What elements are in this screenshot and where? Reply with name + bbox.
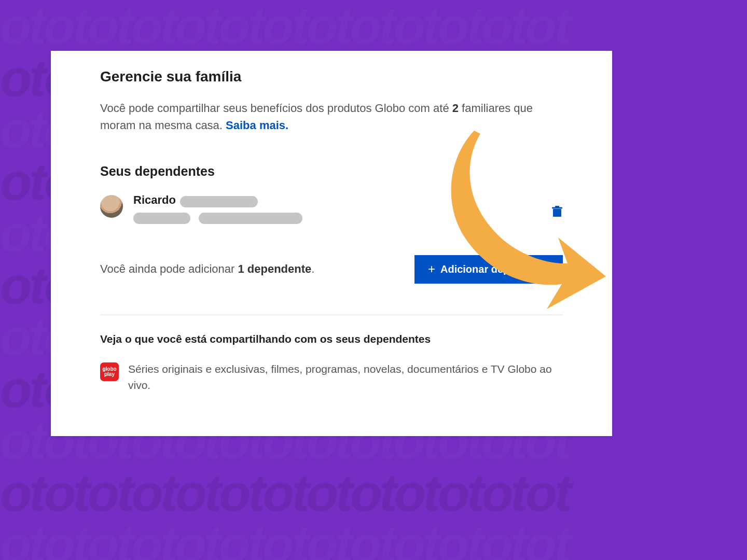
curved-arrow-icon bbox=[413, 129, 610, 326]
subtitle-text-pre: Você pode compartilhar seus benefícios d… bbox=[100, 102, 452, 115]
dependent-name: Ricardo bbox=[133, 193, 176, 207]
dependents-title: Seus dependentes bbox=[100, 164, 563, 179]
trash-icon bbox=[552, 206, 562, 217]
add-button-label: Adicionar dependente bbox=[440, 263, 549, 275]
add-dependent-button[interactable]: + Adicionar dependente bbox=[414, 255, 563, 284]
learn-more-link[interactable]: Saiba mais. bbox=[226, 119, 288, 132]
family-management-card: Gerencie sua família Você pode compartil… bbox=[51, 51, 612, 436]
page-subtitle: Você pode compartilhar seus benefícios d… bbox=[100, 100, 563, 134]
add-dependent-bar: Você ainda pode adicionar 1 dependente. … bbox=[100, 255, 563, 284]
remaining-pre: Você ainda pode adicionar bbox=[100, 262, 238, 275]
redacted-email-user bbox=[133, 213, 190, 224]
sharing-description: Séries originais e exclusivas, filmes, p… bbox=[128, 361, 563, 394]
dependent-info: Ricardo bbox=[133, 193, 563, 224]
redacted-email-domain bbox=[199, 213, 302, 224]
delete-dependent-button[interactable] bbox=[549, 204, 565, 219]
avatar bbox=[100, 195, 123, 218]
annotation-arrow bbox=[413, 129, 610, 326]
globoplay-icon: globo play bbox=[100, 362, 119, 381]
divider bbox=[100, 315, 563, 315]
subtitle-max-count: 2 bbox=[452, 102, 459, 115]
remaining-post: . bbox=[311, 262, 314, 275]
svg-rect-2 bbox=[555, 206, 559, 207]
sharing-item: globo play Séries originais e exclusivas… bbox=[100, 361, 563, 394]
remaining-count: 1 dependente bbox=[238, 262, 311, 275]
dependent-row: Ricardo bbox=[100, 193, 563, 224]
sharing-title: Veja o que você está compartilhando com … bbox=[100, 333, 563, 345]
remaining-text: Você ainda pode adicionar 1 dependente. bbox=[100, 262, 314, 276]
svg-rect-0 bbox=[553, 209, 561, 217]
redacted-surname bbox=[180, 196, 258, 207]
page-title: Gerencie sua família bbox=[100, 68, 563, 85]
